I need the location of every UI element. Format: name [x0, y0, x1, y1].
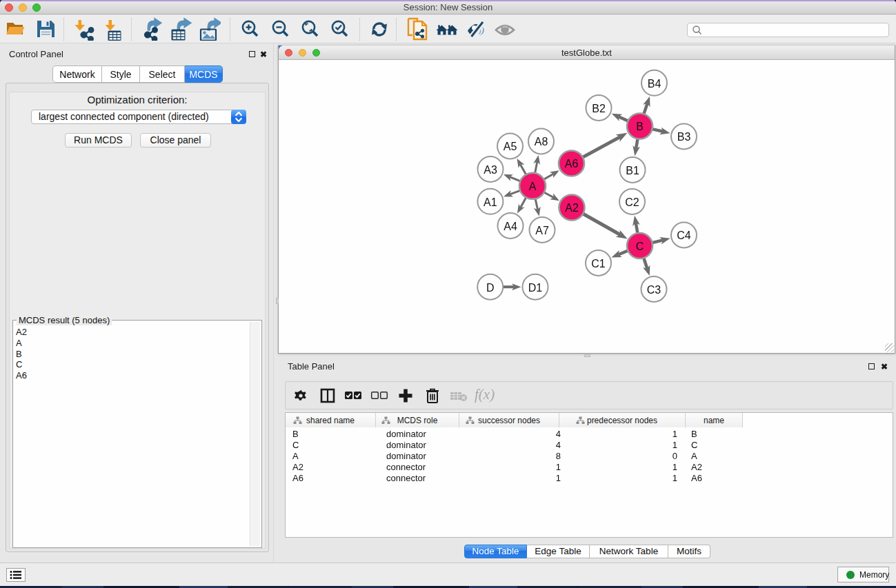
- svg-text:C3: C3: [647, 284, 661, 296]
- svg-text:A2: A2: [565, 202, 579, 214]
- svg-text:A5: A5: [504, 141, 517, 152]
- svg-text:B: B: [636, 121, 644, 132]
- svg-text:B4: B4: [648, 78, 661, 90]
- svg-text:A6: A6: [565, 158, 579, 170]
- svg-text:C4: C4: [677, 230, 691, 241]
- svg-text:A: A: [529, 181, 537, 192]
- svg-text:A8: A8: [535, 136, 548, 148]
- svg-text:C2: C2: [625, 196, 639, 208]
- svg-text:A1: A1: [484, 196, 497, 208]
- svg-text:D1: D1: [528, 282, 543, 294]
- svg-text:A4: A4: [504, 221, 517, 232]
- svg-text:A7: A7: [535, 225, 549, 236]
- svg-text:A3: A3: [484, 164, 497, 176]
- svg-text:C1: C1: [591, 258, 606, 270]
- svg-text:B3: B3: [677, 131, 691, 143]
- svg-text:D: D: [486, 282, 495, 294]
- svg-text:B2: B2: [592, 103, 606, 114]
- svg-text:B1: B1: [626, 165, 639, 176]
- svg-text:C: C: [636, 241, 644, 252]
